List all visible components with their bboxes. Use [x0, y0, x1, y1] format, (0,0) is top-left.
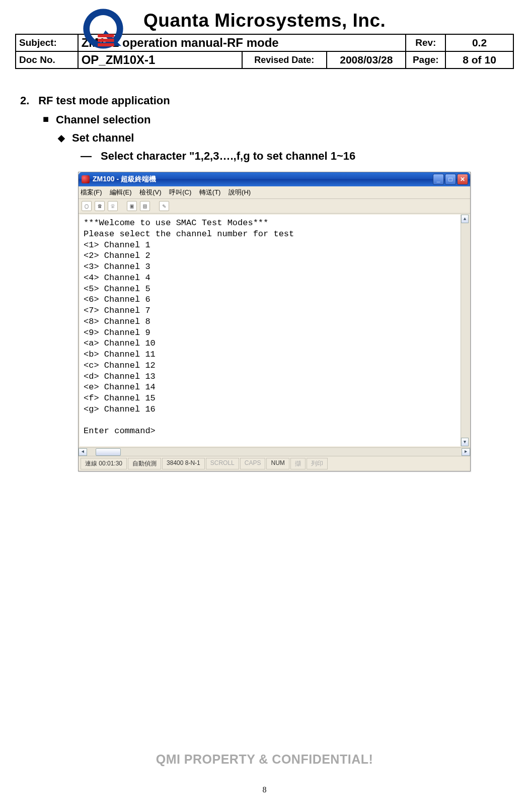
sub-heading-2: ◆Set channel	[58, 131, 509, 145]
page-value: 8 of 10	[445, 51, 513, 69]
terminal-line: <d> Channel 13	[84, 371, 457, 382]
connect-icon[interactable]: ☏	[108, 201, 118, 211]
terminal-line: <g> Channel 16	[84, 404, 457, 415]
sub-heading-3: —Select character "1,2,3….,f,g to set ch…	[81, 150, 509, 163]
vertical-scrollbar[interactable]: ▲ ▼	[461, 215, 469, 446]
subject-label: Subject:	[16, 34, 78, 51]
page-number: 8	[0, 785, 529, 794]
page-label: Page:	[406, 51, 445, 69]
menu-file[interactable]: 檔案(F)	[81, 188, 102, 196]
section-title: RF test mode application	[38, 94, 170, 107]
scroll-left-icon[interactable]: ◄	[79, 448, 87, 456]
hyperterminal-window: ZM100 - 超級終端機 _ □ ✕ 檔案(F) 編輯(E) 檢視(V) 呼叫…	[78, 172, 471, 471]
revdate-value: 2008/03/28	[327, 51, 406, 69]
scroll-up-icon[interactable]: ▲	[461, 215, 469, 223]
terminal-line: <5> Channel 5	[84, 284, 457, 295]
terminal-output[interactable]: ***Welcome to use SMAC Test Modes*** Ple…	[80, 215, 461, 446]
window-title: ZM100 - 超級終端機	[93, 175, 156, 184]
status-capture: 擷	[290, 458, 306, 469]
terminal-line: <6> Channel 6	[84, 294, 457, 305]
new-icon[interactable]: ▢	[82, 201, 92, 211]
rev-label: Rev:	[406, 34, 445, 51]
terminal-line: <8> Channel 8	[84, 316, 457, 327]
document-body: 2. RF test mode application ■Channel sel…	[15, 94, 514, 471]
terminal-line: Please select the channel number for tes…	[84, 229, 457, 240]
send-icon[interactable]: ▣	[127, 201, 137, 211]
menu-call[interactable]: 呼叫(C)	[169, 188, 191, 196]
terminal-line	[84, 415, 457, 426]
svg-rect-0	[98, 34, 114, 37]
menu-edit[interactable]: 編輯(E)	[110, 188, 131, 196]
status-connection: 連線 00:01:30	[81, 458, 127, 469]
svg-rect-1	[98, 39, 114, 42]
status-num: NUM	[266, 458, 289, 469]
window-titlebar[interactable]: ZM100 - 超級終端機 _ □ ✕	[79, 172, 470, 186]
minimize-button[interactable]: _	[433, 174, 444, 185]
terminal-line: ***Welcome to use SMAC Test Modes***	[84, 218, 457, 229]
square-bullet-icon: ■	[43, 113, 49, 124]
terminal-line: <7> Channel 7	[84, 305, 457, 316]
diamond-bullet-icon: ◆	[58, 133, 65, 143]
subject-value: ZM101 operation manual-RF mode	[78, 34, 406, 51]
maximize-button[interactable]: □	[445, 174, 456, 185]
section-heading: 2. RF test mode application	[20, 94, 509, 107]
status-baud: 38400 8-N-1	[162, 458, 205, 469]
company-name: Quanta Microsystems, Inc.	[143, 10, 386, 31]
menu-transfer[interactable]: 轉送(T)	[199, 188, 221, 196]
terminal-line: <4> Channel 4	[84, 273, 457, 284]
company-logo	[81, 6, 126, 51]
terminal-line: <b> Channel 11	[84, 349, 457, 360]
menu-bar: 檔案(F) 編輯(E) 檢視(V) 呼叫(C) 轉送(T) 說明(H)	[79, 186, 470, 199]
terminal-line: <1> Channel 1	[84, 240, 457, 251]
confidential-footer: QMI PROPERTY & CONFIDENTIAL!	[0, 752, 529, 767]
scroll-thumb[interactable]	[96, 448, 121, 456]
menu-view[interactable]: 檢視(V)	[139, 188, 161, 196]
terminal-line: <c> Channel 12	[84, 360, 457, 371]
terminal-line: <f> Channel 15	[84, 393, 457, 404]
status-caps: CAPS	[240, 458, 266, 469]
scroll-right-icon[interactable]: ►	[462, 448, 470, 456]
rev-value: 0.2	[445, 34, 513, 51]
properties-icon[interactable]: ✎	[159, 201, 169, 211]
terminal-line: <a> Channel 10	[84, 338, 457, 349]
dash-bullet-icon: —	[81, 150, 101, 163]
terminal-line: <2> Channel 2	[84, 250, 457, 261]
docno-value: OP_ZM10X-1	[78, 51, 242, 69]
toolbar: ▢ ☎ ☏ ▣ ▤ ✎	[79, 199, 470, 214]
terminal-prompt: Enter command>	[84, 426, 457, 437]
status-print: 列印	[307, 458, 328, 469]
horizontal-scrollbar[interactable]: ◄ ►	[79, 447, 470, 456]
svg-rect-2	[98, 43, 114, 46]
status-bar: 連線 00:01:30 自動偵測 38400 8-N-1 SCROLL CAPS…	[79, 456, 470, 471]
terminal-line: <3> Channel 3	[84, 261, 457, 273]
status-detect: 自動偵測	[128, 458, 161, 469]
revdate-label: Revised Date:	[242, 51, 327, 69]
section-number: 2.	[20, 94, 35, 107]
open-icon[interactable]: ☎	[95, 201, 105, 211]
receive-icon[interactable]: ▤	[140, 201, 150, 211]
status-scroll: SCROLL	[206, 458, 239, 469]
menu-help[interactable]: 說明(H)	[229, 188, 251, 196]
docno-label: Doc No.	[16, 51, 78, 69]
terminal-line: <9> Channel 9	[84, 327, 457, 339]
resize-grip-icon[interactable]	[461, 458, 468, 469]
terminal-line: <e> Channel 14	[84, 382, 457, 393]
close-button[interactable]: ✕	[457, 174, 468, 185]
app-icon	[82, 175, 90, 183]
sub-heading-1: ■Channel selection	[43, 113, 509, 126]
scroll-down-icon[interactable]: ▼	[461, 438, 469, 446]
